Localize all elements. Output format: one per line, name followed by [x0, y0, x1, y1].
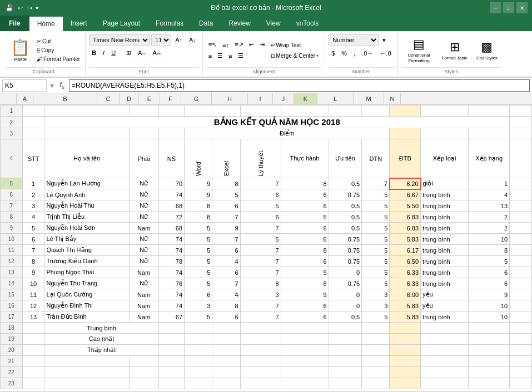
redo-qa-btn[interactable]: ↪: [26, 4, 33, 12]
cell-D14[interactable]: 76: [158, 278, 184, 289]
cell-I13[interactable]: 0: [329, 267, 362, 278]
cell-D16[interactable]: 74: [158, 300, 184, 311]
cell-A4[interactable]: STT: [22, 139, 44, 178]
cell-F11[interactable]: 6: [212, 245, 240, 256]
cell-L23[interactable]: [421, 378, 469, 389]
cell-H7[interactable]: 6: [281, 200, 329, 212]
cell-I21[interactable]: [329, 356, 362, 367]
cell-styles-button[interactable]: ▩ Cell Styles: [473, 37, 501, 64]
cell-F20[interactable]: [212, 345, 240, 356]
cell-E16[interactable]: 3: [185, 300, 212, 311]
font-color-button[interactable]: A▬: [150, 48, 163, 58]
cell-A19[interactable]: [22, 334, 44, 345]
cell-I15[interactable]: 0: [329, 289, 362, 300]
cell-M14[interactable]: 6: [469, 278, 510, 289]
cell-D20[interactable]: [158, 345, 184, 356]
cell-N3[interactable]: [510, 128, 532, 139]
cell-D11[interactable]: 74: [158, 245, 184, 256]
cell-N16[interactable]: [510, 300, 532, 311]
qa-dropdown[interactable]: ▾: [36, 5, 38, 11]
cell-J18[interactable]: [362, 323, 390, 334]
cell-I8[interactable]: 0.5: [329, 212, 362, 223]
cell-I18[interactable]: [329, 323, 362, 334]
cell-N23[interactable]: [510, 378, 532, 389]
underline-button[interactable]: U: [108, 48, 118, 58]
cell-K7[interactable]: 5.50: [390, 200, 421, 212]
cell-K6[interactable]: 6.67: [390, 189, 421, 200]
cell-G5[interactable]: 7: [240, 178, 281, 189]
cell-K4[interactable]: ĐTB: [390, 139, 421, 178]
cell-D4[interactable]: NS: [158, 139, 184, 178]
cell-F23[interactable]: [212, 378, 240, 389]
cell-J19[interactable]: [362, 334, 390, 345]
save-qa-btn[interactable]: 💾: [4, 4, 14, 12]
cell-F4[interactable]: Excel: [212, 139, 240, 178]
cell-B7[interactable]: Nguyễn Hoài Thu: [44, 200, 129, 212]
comma-btn[interactable]: ,: [351, 48, 358, 58]
cell-G11[interactable]: 7: [240, 245, 281, 256]
cell-D18[interactable]: [158, 323, 184, 334]
cell-C16[interactable]: Nam: [129, 300, 158, 311]
cell-N6[interactable]: [510, 189, 532, 200]
cell-K11[interactable]: 6.17: [390, 245, 421, 256]
cell-L13[interactable]: trung bình: [421, 267, 469, 278]
cell-M13[interactable]: 6: [469, 267, 510, 278]
cell-N4[interactable]: [510, 139, 532, 178]
cell-E23[interactable]: [185, 378, 212, 389]
tab-vntools[interactable]: vnTools: [289, 16, 327, 31]
cell-C13[interactable]: Nam: [129, 267, 158, 278]
cell-M22[interactable]: [469, 367, 510, 378]
cell-C8[interactable]: Nữ: [129, 212, 158, 223]
cell-D13[interactable]: 74: [158, 267, 184, 278]
cell-H18[interactable]: [281, 323, 329, 334]
cell-M5[interactable]: 1: [469, 178, 510, 189]
cell-J5[interactable]: 7: [362, 178, 390, 189]
currency-btn[interactable]: $: [329, 48, 337, 58]
cell-N11[interactable]: [510, 245, 532, 256]
cell-M20[interactable]: [469, 345, 510, 356]
cell-K18[interactable]: [390, 323, 421, 334]
cell-D10[interactable]: 74: [158, 234, 184, 245]
cell-D19[interactable]: [158, 334, 184, 345]
cell-A2[interactable]: [22, 117, 44, 128]
cell-L14[interactable]: trung bình: [421, 278, 469, 289]
cell-C12[interactable]: Nữ: [129, 256, 158, 267]
cell-H11[interactable]: 8: [281, 245, 329, 256]
cell-J13[interactable]: 5: [362, 267, 390, 278]
cell-K22[interactable]: [390, 367, 421, 378]
cell-J6[interactable]: 5: [362, 189, 390, 200]
cell-G16[interactable]: 7: [240, 300, 281, 311]
cell-reference-box[interactable]: [2, 79, 47, 92]
cell-L12[interactable]: trung bình: [421, 256, 469, 267]
cell-G12[interactable]: 7: [240, 256, 281, 267]
cell-F1[interactable]: [212, 105, 240, 117]
cell-A6[interactable]: 2: [22, 189, 44, 200]
cell-N15[interactable]: [510, 289, 532, 300]
cell-L9[interactable]: trung bình: [421, 223, 469, 234]
cell-A23[interactable]: [22, 378, 44, 389]
align-top-left[interactable]: ≡↖: [206, 40, 219, 50]
cell-H21[interactable]: [281, 356, 329, 367]
formula-input[interactable]: [69, 79, 530, 92]
cell-E19[interactable]: [185, 334, 212, 345]
cell-H15[interactable]: 9: [281, 289, 329, 300]
cell-H4[interactable]: Thực hành: [281, 139, 329, 178]
align-center[interactable]: ☰: [215, 51, 225, 61]
cell-A18[interactable]: [22, 323, 44, 334]
fill-color-button[interactable]: A▬: [135, 48, 148, 58]
cell-L3[interactable]: [421, 128, 469, 139]
format-table-button[interactable]: ⊞ Format Table: [438, 37, 472, 64]
paste-button[interactable]: 📋 Paste: [6, 36, 35, 65]
cell-C11[interactable]: Nữ: [129, 245, 158, 256]
cell-I10[interactable]: 0.75: [329, 234, 362, 245]
cell-J16[interactable]: 3: [362, 300, 390, 311]
cell-K17[interactable]: 5.83: [390, 311, 421, 323]
cell-B20[interactable]: Thấp nhất: [44, 345, 158, 356]
cell-M19[interactable]: [469, 334, 510, 345]
cell-M9[interactable]: 2: [469, 223, 510, 234]
cell-J22[interactable]: [362, 367, 390, 378]
cell-K5[interactable]: 8.20: [390, 178, 421, 189]
cell-L19[interactable]: [421, 334, 469, 345]
cell-I1[interactable]: [329, 105, 362, 117]
cell-E5[interactable]: 9: [185, 178, 212, 189]
